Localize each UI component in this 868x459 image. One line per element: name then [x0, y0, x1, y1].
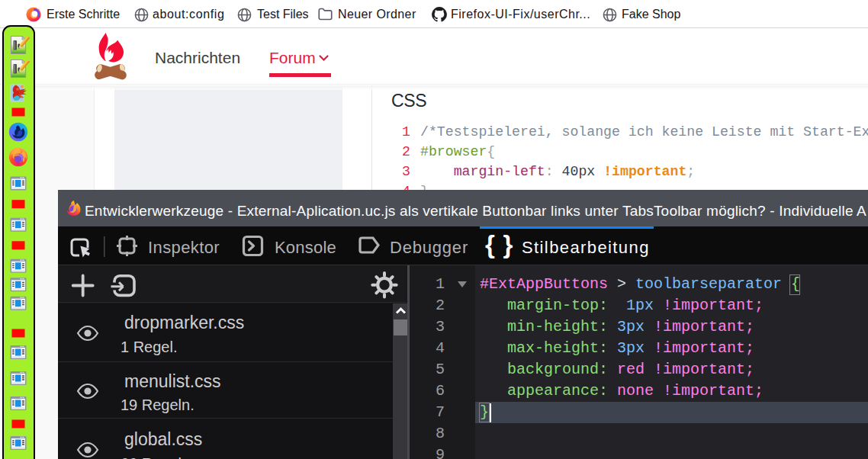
svg-text:{: { — [485, 230, 495, 258]
svg-text:}: } — [503, 230, 513, 258]
